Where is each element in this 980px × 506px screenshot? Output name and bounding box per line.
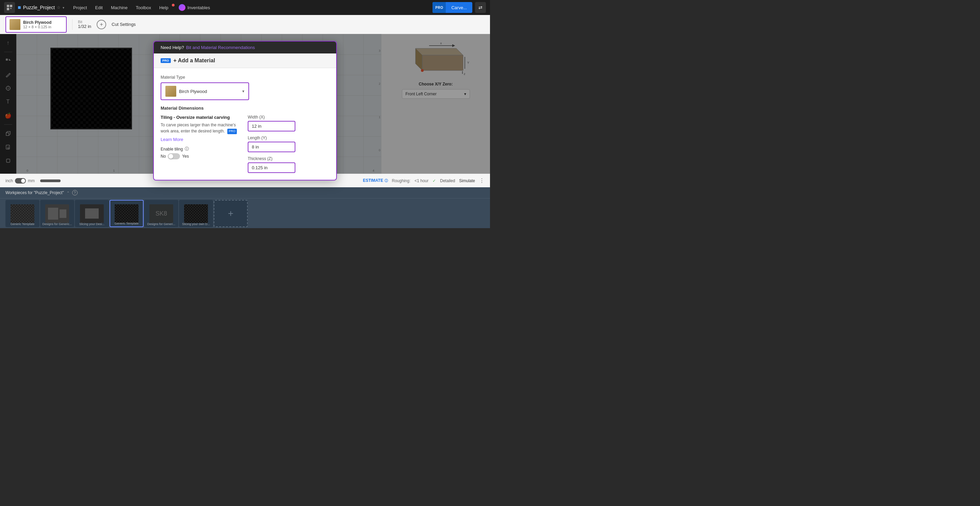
roughing-label: Roughing: bbox=[392, 179, 411, 183]
more-button[interactable]: ⋮ bbox=[479, 177, 485, 184]
material-selector[interactable]: Birch Plywood 12 × 8 × 0.125 in bbox=[5, 16, 67, 33]
workpieces-grid: Generic Template Designs for Generic... … bbox=[0, 198, 490, 228]
toggle-knob bbox=[169, 154, 173, 159]
star-icon[interactable]: ☆ bbox=[57, 5, 60, 10]
project-name[interactable]: Puzzle_Project bbox=[23, 5, 55, 10]
workpiece-label-0: Generic Template bbox=[5, 222, 40, 226]
help-link[interactable]: Bit and Material Recommendations bbox=[186, 45, 255, 50]
nav-project[interactable]: Project bbox=[70, 4, 90, 11]
modal-title: + Add a Material bbox=[173, 57, 215, 64]
simulate-button[interactable]: Simulate bbox=[459, 179, 475, 183]
cut-settings-label: Cut Settings bbox=[111, 22, 136, 27]
header-bar: Birch Plywood 12 × 8 × 0.125 in Bit 1/32… bbox=[0, 15, 490, 34]
width-label: Width (X) bbox=[248, 115, 329, 120]
tiling-toggle[interactable] bbox=[168, 153, 180, 160]
workpiece-item-2[interactable]: Slicing your Desi... bbox=[75, 200, 109, 227]
carve-label: Carve... bbox=[446, 2, 472, 13]
workpiece-item-4[interactable]: SK8 Designs for Generi... bbox=[144, 200, 178, 227]
material-info: Birch Plywood 12 × 8 × 0.125 in bbox=[23, 20, 51, 29]
yes-label: Yes bbox=[182, 154, 189, 159]
modal-header: PRO + Add a Material bbox=[154, 53, 336, 68]
add-button[interactable]: + bbox=[97, 20, 106, 29]
workpieces-title: Workpieces for "Puzzle_Project" bbox=[5, 190, 64, 195]
svg-rect-0 bbox=[7, 5, 9, 7]
bit-value: 1/32 in bbox=[78, 24, 91, 29]
thickness-input[interactable] bbox=[248, 163, 295, 173]
bit-section: Bit 1/32 in bbox=[78, 20, 91, 29]
cut-settings-button[interactable]: Cut Settings bbox=[111, 22, 136, 27]
enable-tiling-label: Enable tiling bbox=[161, 147, 183, 152]
carve-button[interactable]: PRO Carve... bbox=[433, 2, 472, 13]
no-label: No bbox=[161, 154, 166, 159]
material-modal: Need Help? Bit and Material Recommendati… bbox=[153, 41, 337, 180]
expand-icon: ⇄ bbox=[479, 5, 482, 10]
workpiece-item-5[interactable]: Slicing your own D... bbox=[179, 200, 213, 227]
scroll-indicator[interactable] bbox=[40, 179, 60, 182]
width-input[interactable] bbox=[248, 121, 295, 131]
workpiece-label-2: Slicing your Desi... bbox=[75, 222, 109, 226]
workpieces-bar: Workpieces for "Puzzle_Project" ⌃ ? bbox=[0, 187, 490, 198]
material-type-dropdown[interactable]: Birch Plywood ▾ bbox=[161, 82, 249, 100]
inventables-icon bbox=[179, 4, 185, 11]
inventables-label: Inventables bbox=[188, 5, 210, 10]
workpiece-label-3: Generic Template bbox=[110, 222, 143, 225]
workpiece-thumb-1 bbox=[45, 204, 69, 223]
detailed-label: Detailed bbox=[440, 179, 455, 183]
material-name: Birch Plywood bbox=[23, 20, 51, 25]
workpiece-thumb-2 bbox=[80, 204, 104, 223]
learn-more-link[interactable]: Learn More bbox=[161, 137, 242, 142]
dims-title: Material Dimensions bbox=[161, 105, 329, 111]
workpieces-chevron-icon[interactable]: ⌃ bbox=[67, 191, 69, 195]
enable-tiling: Enable tiling ⓘ bbox=[161, 146, 242, 152]
unit-mm-label: mm bbox=[28, 179, 35, 183]
dims-right: Width (X) Length (Y) Thickness (Z) bbox=[248, 115, 329, 173]
help-dot bbox=[172, 4, 175, 6]
modal-body: Material Type Birch Plywood ▾ Material D… bbox=[154, 68, 336, 180]
mat-dropdown-name: Birch Plywood bbox=[179, 89, 240, 94]
material-dims: 12 × 8 × 0.125 in bbox=[23, 25, 51, 29]
workpieces-help-button[interactable]: ? bbox=[72, 190, 78, 195]
dims-grid: Tiling - Oversize material carving To ca… bbox=[161, 115, 329, 173]
svg-marker-3 bbox=[10, 8, 12, 9]
dims-left: Tiling - Oversize material carving To ca… bbox=[161, 115, 242, 173]
workpiece-item-0[interactable]: Generic Template bbox=[5, 200, 40, 227]
project-icon: ■ bbox=[18, 5, 21, 11]
length-field: Length (Y) bbox=[248, 136, 329, 152]
nav-edit[interactable]: Edit bbox=[92, 4, 106, 11]
length-input[interactable] bbox=[248, 142, 295, 152]
app-logo bbox=[4, 2, 15, 13]
inventables-link[interactable]: Inventables bbox=[179, 4, 210, 11]
estimate-label: ESTIMATE ⓘ bbox=[363, 178, 388, 183]
material-thumbnail bbox=[10, 19, 21, 30]
nav-machine[interactable]: Machine bbox=[108, 4, 131, 11]
modal-help-bar: Need Help? Bit and Material Recommendati… bbox=[154, 42, 336, 53]
bit-label: Bit bbox=[78, 20, 91, 24]
roughing-time: <1 hour bbox=[414, 179, 428, 183]
workpiece-add-icon: + bbox=[228, 208, 234, 219]
workpiece-thumb-3 bbox=[115, 204, 138, 223]
modal-pro-badge: PRO bbox=[161, 58, 171, 63]
check-icon: ✓ bbox=[433, 179, 436, 183]
modal-overlay[interactable]: Need Help? Bit and Material Recommendati… bbox=[0, 34, 490, 174]
dims-section: Material Dimensions Tiling - Oversize ma… bbox=[161, 105, 329, 173]
unit-toggle-switch[interactable] bbox=[15, 178, 26, 184]
workpiece-label-4: Designs for Generi... bbox=[144, 222, 178, 226]
nav-help[interactable]: Help bbox=[156, 4, 172, 11]
workpiece-item-3[interactable]: Generic Template bbox=[110, 200, 143, 227]
nav-toolbox[interactable]: Toolbox bbox=[132, 4, 154, 11]
main-area: ↑ T 🍎 3 2 bbox=[0, 34, 490, 174]
workpiece-label-1: Designs for Generic... bbox=[40, 222, 74, 226]
workpiece-item-1[interactable]: Designs for Generic... bbox=[40, 200, 74, 227]
length-label: Length (Y) bbox=[248, 136, 329, 140]
unit-toggle: inch mm bbox=[5, 178, 35, 184]
thickness-field: Thickness (Z) bbox=[248, 156, 329, 173]
workpiece-add-button[interactable]: + bbox=[214, 200, 248, 227]
tiling-info-icon: ⓘ bbox=[185, 146, 189, 152]
material-type-label: Material Type bbox=[161, 75, 329, 80]
tiling-desc: To carve pieces larger than the machine'… bbox=[161, 122, 242, 134]
project-chevron-icon[interactable]: ▾ bbox=[63, 6, 64, 10]
estimate-info-icon: ⓘ bbox=[385, 179, 388, 182]
project-title: ■ Puzzle_Project ☆ ▾ bbox=[18, 5, 64, 11]
mat-dropdown-thumb bbox=[165, 86, 176, 97]
expand-button[interactable]: ⇄ bbox=[475, 2, 486, 13]
